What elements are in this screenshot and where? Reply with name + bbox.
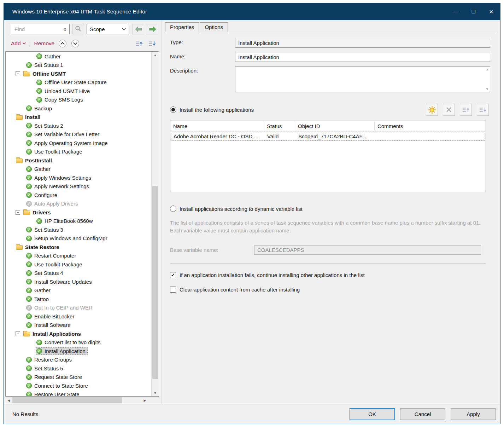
tree-item[interactable]: −Offline USMT [6, 69, 151, 78]
tree-item[interactable]: Apply Network Settings [6, 182, 151, 191]
ok-button[interactable]: OK [350, 408, 395, 420]
tree-item[interactable]: Use Toolkit Package [6, 148, 151, 156]
find-previous-button[interactable] [133, 24, 144, 34]
dynamic-variable-list-radio[interactable] [170, 206, 176, 212]
checkbox[interactable] [170, 287, 176, 293]
column-header[interactable]: Comments [375, 121, 486, 131]
collapse-all-button[interactable] [58, 39, 67, 48]
tree-item-label: Install Application [45, 348, 86, 354]
tree-item[interactable]: Tattoo [6, 295, 151, 304]
tree-item[interactable]: Install [6, 113, 151, 122]
move-application-down-button[interactable] [477, 104, 489, 116]
tree-item[interactable]: Connect to State Store [6, 381, 151, 390]
name-field[interactable]: Install Application [235, 52, 490, 62]
tree-item[interactable]: Set Status 3 [6, 225, 151, 234]
tree-item[interactable]: Apply Operating System Image [6, 139, 151, 148]
delete-application-button[interactable] [443, 104, 455, 116]
vertical-scrollbar[interactable]: ▲ ▼ [151, 52, 159, 396]
scroll-down-arrow[interactable]: ▼ [486, 87, 489, 91]
base-variable-name-label: Base variable name: [170, 247, 254, 253]
tree-item[interactable]: Restart Computer [6, 252, 151, 260]
tree-item-label: Backup [34, 105, 52, 111]
tree-item[interactable]: −Install Applications [6, 329, 151, 338]
tree-item[interactable]: Gather [6, 52, 151, 61]
tree-item[interactable]: Configure [6, 191, 151, 200]
tree-item-label: Install [25, 114, 40, 120]
move-down-button[interactable] [147, 39, 157, 48]
search-button[interactable] [72, 24, 84, 34]
tree-item[interactable]: Install Software [6, 321, 151, 330]
tree-item[interactable]: Set Status 2 [6, 121, 151, 130]
scroll-up-arrow[interactable]: ▲ [486, 68, 489, 71]
close-button[interactable]: × [482, 3, 500, 20]
move-up-button[interactable] [134, 39, 144, 48]
find-placeholder: Find [14, 26, 25, 32]
find-next-button[interactable] [147, 24, 158, 34]
tab-options[interactable]: Options [200, 22, 228, 32]
tree-item[interactable]: HP EliteBook 8560w [6, 217, 151, 226]
cancel-button[interactable]: Cancel [400, 408, 445, 420]
column-header[interactable]: Object ID [295, 121, 375, 131]
tree-item[interactable]: State Restore [6, 243, 151, 252]
tree-item[interactable]: Unload USMT Hive [6, 87, 151, 96]
new-application-button[interactable] [426, 104, 438, 116]
expand-all-button[interactable] [71, 39, 80, 48]
move-application-up-button[interactable] [460, 104, 472, 116]
scroll-right-arrow[interactable]: ▶ [141, 397, 148, 404]
step-status-icon [26, 201, 32, 207]
maximize-button[interactable]: □ [465, 3, 482, 20]
checkbox[interactable]: ✓ [170, 272, 176, 278]
tree-expander-icon[interactable]: − [16, 210, 20, 215]
scroll-down-arrow[interactable]: ▼ [152, 390, 159, 396]
tree-item[interactable]: Convert list to two digits [6, 338, 151, 347]
scroll-left-arrow[interactable]: ◀ [5, 397, 12, 404]
tab-properties[interactable]: Properties [165, 22, 199, 32]
tree-item[interactable]: Set Status 5 [6, 364, 151, 373]
tree-expander-icon[interactable]: − [16, 71, 20, 76]
tree-item[interactable]: Set Status 1 [6, 61, 151, 70]
folder-icon [16, 115, 23, 120]
options-checkboxes: ✓If an application installation fails, c… [170, 264, 490, 293]
column-header[interactable]: Name [170, 121, 264, 131]
tree-item[interactable]: Backup [6, 104, 151, 113]
tree-item[interactable]: Request State Store [6, 373, 151, 382]
description-label: Description: [170, 66, 235, 74]
scroll-up-arrow[interactable]: ▲ [152, 52, 159, 58]
remove-button[interactable]: Remove [34, 40, 55, 47]
vertical-scrollbar-thumb[interactable] [152, 186, 158, 379]
tree-item[interactable]: Offline User State Capture [6, 78, 151, 87]
tree-expander-icon[interactable]: − [16, 331, 20, 336]
minimize-button[interactable]: — [447, 3, 465, 20]
tree-item[interactable]: Install Application [6, 347, 151, 356]
tree-item[interactable]: Opt In to CEIP and WER [6, 304, 151, 312]
horizontal-scrollbar-thumb[interactable] [12, 397, 122, 403]
tree-item[interactable]: Set Variable for Drive Letter [6, 130, 151, 139]
tree-item[interactable]: Setup Windows and ConfigMgr [6, 234, 151, 243]
tree-item[interactable]: PostInstall [6, 156, 151, 165]
tree-item[interactable]: Gather [6, 165, 151, 174]
tree-item[interactable]: Copy SMS Logs [6, 96, 151, 104]
add-button[interactable]: Add [11, 40, 26, 47]
tree-item[interactable]: Restore User State [6, 390, 151, 397]
step-status-icon [36, 80, 42, 85]
horizontal-scrollbar[interactable]: ◀ ▶ [5, 397, 159, 404]
move-up-icon [135, 40, 143, 47]
application-row[interactable]: Adobe Acrobat Reader DC - OSD ...ValidSc… [171, 132, 485, 141]
tree-item[interactable]: Install Software Updates [6, 277, 151, 286]
scope-dropdown[interactable]: Scope [87, 24, 129, 34]
find-clear-button[interactable]: x [64, 27, 66, 32]
apply-button[interactable]: Apply [451, 408, 496, 420]
tree-item[interactable]: Auto Apply Drivers [6, 200, 151, 208]
tree-item[interactable]: Apply Windows Settings [6, 173, 151, 182]
tree-item[interactable]: Set Status 4 [6, 269, 151, 278]
tree-item[interactable]: Restore Groups [6, 356, 151, 364]
tree-item[interactable]: Enable BitLocker [6, 312, 151, 321]
description-field[interactable]: ▲ ▼ [235, 66, 490, 92]
tree-item[interactable]: Use Toolkit Package [6, 260, 151, 269]
column-header[interactable]: Status [264, 121, 295, 131]
tree-item[interactable]: Gather [6, 286, 151, 295]
tree-item[interactable]: −Drivers [6, 208, 151, 217]
install-following-applications-radio[interactable] [170, 106, 176, 113]
toolbar-separator: | [29, 41, 31, 47]
find-input[interactable]: Find x [11, 24, 70, 34]
